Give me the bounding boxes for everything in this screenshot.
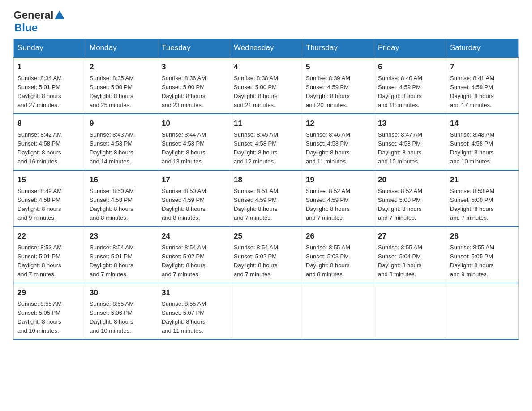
day-info: Sunrise: 8:54 AMSunset: 5:02 PMDaylight:…: [234, 243, 298, 279]
day-number: 17: [162, 174, 226, 186]
day-number: 1: [17, 61, 82, 73]
day-info: Sunrise: 8:47 AMSunset: 4:58 PMDaylight:…: [378, 130, 442, 167]
calendar-day-cell: 2Sunrise: 8:35 AMSunset: 5:00 PMDaylight…: [86, 57, 158, 114]
weekday-header-monday: Monday: [86, 39, 158, 58]
calendar-day-cell: 14Sunrise: 8:48 AMSunset: 4:58 PMDayligh…: [446, 114, 519, 170]
calendar-week-row: 8Sunrise: 8:42 AMSunset: 4:58 PMDaylight…: [14, 114, 519, 170]
calendar-day-cell: 13Sunrise: 8:47 AMSunset: 4:58 PMDayligh…: [374, 114, 446, 170]
day-number: 14: [450, 118, 515, 129]
day-number: 8: [17, 118, 82, 129]
calendar-day-cell: 22Sunrise: 8:53 AMSunset: 5:01 PMDayligh…: [14, 227, 86, 283]
day-info: Sunrise: 8:53 AMSunset: 5:01 PMDaylight:…: [17, 243, 82, 279]
day-number: 25: [234, 231, 298, 242]
weekday-header-thursday: Thursday: [302, 39, 374, 58]
calendar-week-row: 22Sunrise: 8:53 AMSunset: 5:01 PMDayligh…: [14, 227, 519, 283]
day-info: Sunrise: 8:50 AMSunset: 4:59 PMDaylight:…: [162, 187, 226, 223]
day-number: 27: [378, 231, 442, 242]
calendar-day-cell: 4Sunrise: 8:38 AMSunset: 5:00 PMDaylight…: [230, 57, 302, 114]
weekday-header-saturday: Saturday: [446, 39, 519, 58]
day-info: Sunrise: 8:55 AMSunset: 5:05 PMDaylight:…: [17, 300, 82, 336]
calendar-day-cell: 12Sunrise: 8:46 AMSunset: 4:58 PMDayligh…: [302, 114, 374, 170]
weekday-header-friday: Friday: [374, 39, 446, 58]
calendar-week-row: 29Sunrise: 8:55 AMSunset: 5:05 PMDayligh…: [14, 283, 519, 339]
calendar-day-cell: 5Sunrise: 8:39 AMSunset: 4:59 PMDaylight…: [302, 57, 374, 114]
day-info: Sunrise: 8:38 AMSunset: 5:00 PMDaylight:…: [234, 74, 298, 110]
calendar-day-cell: 19Sunrise: 8:52 AMSunset: 4:59 PMDayligh…: [302, 170, 374, 227]
day-info: Sunrise: 8:49 AMSunset: 4:58 PMDaylight:…: [17, 187, 82, 223]
day-number: 23: [90, 231, 154, 242]
calendar-day-cell: [302, 283, 374, 339]
calendar-day-cell: 8Sunrise: 8:42 AMSunset: 4:58 PMDaylight…: [14, 114, 86, 170]
day-info: Sunrise: 8:39 AMSunset: 4:59 PMDaylight:…: [306, 74, 370, 110]
calendar-day-cell: 17Sunrise: 8:50 AMSunset: 4:59 PMDayligh…: [158, 170, 230, 227]
calendar-day-cell: 28Sunrise: 8:55 AMSunset: 5:05 PMDayligh…: [446, 227, 519, 283]
day-number: 21: [450, 174, 515, 186]
day-info: Sunrise: 8:52 AMSunset: 4:59 PMDaylight:…: [306, 187, 370, 223]
calendar-day-cell: 1Sunrise: 8:34 AMSunset: 5:01 PMDaylight…: [14, 57, 86, 114]
calendar-table: SundayMondayTuesdayWednesdayThursdayFrid…: [13, 39, 519, 340]
day-number: 26: [306, 231, 370, 242]
logo: General Blue: [13, 9, 64, 34]
day-number: 2: [90, 61, 154, 73]
day-info: Sunrise: 8:48 AMSunset: 4:58 PMDaylight:…: [450, 130, 515, 167]
day-info: Sunrise: 8:55 AMSunset: 5:06 PMDaylight:…: [90, 300, 154, 336]
calendar-day-cell: 21Sunrise: 8:53 AMSunset: 5:00 PMDayligh…: [446, 170, 519, 227]
calendar-day-cell: 7Sunrise: 8:41 AMSunset: 4:59 PMDaylight…: [446, 57, 519, 114]
calendar-day-cell: 9Sunrise: 8:43 AMSunset: 4:58 PMDaylight…: [86, 114, 158, 170]
day-info: Sunrise: 8:36 AMSunset: 5:00 PMDaylight:…: [162, 74, 226, 110]
day-number: 5: [306, 61, 370, 73]
calendar-day-cell: 25Sunrise: 8:54 AMSunset: 5:02 PMDayligh…: [230, 227, 302, 283]
day-number: 12: [306, 118, 370, 129]
day-number: 31: [162, 287, 226, 299]
day-info: Sunrise: 8:34 AMSunset: 5:01 PMDaylight:…: [17, 74, 82, 110]
day-number: 10: [162, 118, 226, 129]
weekday-header-sunday: Sunday: [14, 39, 86, 58]
day-info: Sunrise: 8:51 AMSunset: 4:59 PMDaylight:…: [234, 187, 298, 223]
day-info: Sunrise: 8:44 AMSunset: 4:58 PMDaylight:…: [162, 130, 226, 167]
weekday-header-row: SundayMondayTuesdayWednesdayThursdayFrid…: [14, 39, 519, 58]
day-info: Sunrise: 8:55 AMSunset: 5:05 PMDaylight:…: [450, 243, 515, 279]
calendar-day-cell: 20Sunrise: 8:52 AMSunset: 5:00 PMDayligh…: [374, 170, 446, 227]
day-number: 11: [234, 118, 298, 129]
day-info: Sunrise: 8:55 AMSunset: 5:03 PMDaylight:…: [306, 243, 370, 279]
calendar-day-cell: 29Sunrise: 8:55 AMSunset: 5:05 PMDayligh…: [14, 283, 86, 339]
logo-icon: [55, 9, 64, 21]
day-info: Sunrise: 8:35 AMSunset: 5:00 PMDaylight:…: [90, 74, 154, 110]
day-number: 16: [90, 174, 154, 186]
weekday-header-tuesday: Tuesday: [158, 39, 230, 58]
calendar-day-cell: 10Sunrise: 8:44 AMSunset: 4:58 PMDayligh…: [158, 114, 230, 170]
day-info: Sunrise: 8:55 AMSunset: 5:07 PMDaylight:…: [162, 300, 226, 336]
day-info: Sunrise: 8:53 AMSunset: 5:00 PMDaylight:…: [450, 187, 515, 223]
calendar-day-cell: [446, 283, 519, 339]
calendar-day-cell: 27Sunrise: 8:55 AMSunset: 5:04 PMDayligh…: [374, 227, 446, 283]
calendar-day-cell: 26Sunrise: 8:55 AMSunset: 5:03 PMDayligh…: [302, 227, 374, 283]
day-info: Sunrise: 8:42 AMSunset: 4:58 PMDaylight:…: [17, 130, 82, 167]
page-header: General Blue: [13, 9, 519, 34]
logo-blue: Blue: [14, 21, 38, 34]
day-number: 28: [450, 231, 515, 242]
day-number: 18: [234, 174, 298, 186]
calendar-day-cell: 3Sunrise: 8:36 AMSunset: 5:00 PMDaylight…: [158, 57, 230, 114]
weekday-header-wednesday: Wednesday: [230, 39, 302, 58]
calendar-day-cell: 11Sunrise: 8:45 AMSunset: 4:58 PMDayligh…: [230, 114, 302, 170]
logo-line2: Blue: [13, 21, 38, 34]
logo-line1: General: [13, 9, 64, 21]
day-info: Sunrise: 8:54 AMSunset: 5:02 PMDaylight:…: [162, 243, 226, 279]
day-number: 9: [90, 118, 154, 129]
day-number: 20: [378, 174, 442, 186]
day-number: 6: [378, 61, 442, 73]
day-number: 19: [306, 174, 370, 186]
day-number: 22: [17, 231, 82, 242]
logo-general: General: [13, 9, 53, 21]
day-info: Sunrise: 8:54 AMSunset: 5:01 PMDaylight:…: [90, 243, 154, 279]
day-info: Sunrise: 8:43 AMSunset: 4:58 PMDaylight:…: [90, 130, 154, 167]
day-number: 24: [162, 231, 226, 242]
calendar-day-cell: 18Sunrise: 8:51 AMSunset: 4:59 PMDayligh…: [230, 170, 302, 227]
calendar-day-cell: 23Sunrise: 8:54 AMSunset: 5:01 PMDayligh…: [86, 227, 158, 283]
day-number: 30: [90, 287, 154, 299]
logo-svg: [55, 9, 64, 19]
calendar-week-row: 1Sunrise: 8:34 AMSunset: 5:01 PMDaylight…: [14, 57, 519, 114]
day-number: 29: [17, 287, 82, 299]
day-info: Sunrise: 8:40 AMSunset: 4:59 PMDaylight:…: [378, 74, 442, 110]
day-number: 13: [378, 118, 442, 129]
